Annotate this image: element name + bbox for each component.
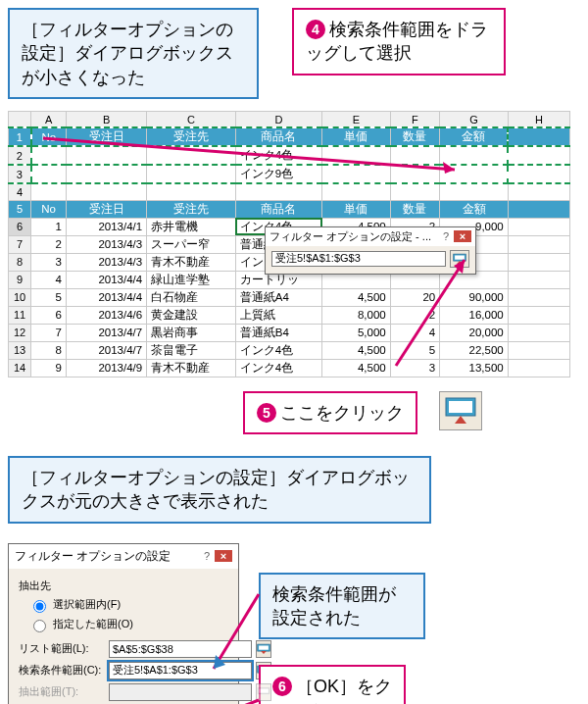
- expand-dialog-button[interactable]: [450, 250, 469, 268]
- table-row[interactable]: 11 62013/4/6黄金建設上質紙8,000216,000: [9, 306, 570, 324]
- data-header-row[interactable]: 5 No受注日受注先商品名単価数量金額: [9, 200, 570, 218]
- table-row[interactable]: 12 72013/4/7黒岩商事普通紙B45,000420,000: [9, 324, 570, 341]
- step-badge-6: 6: [272, 677, 292, 696]
- copy-to-input: [109, 683, 252, 701]
- filter-options-dialog-collapsed[interactable]: フィルター オプションの設定 - ... ? ×: [265, 226, 476, 275]
- criteria-range-input[interactable]: [109, 662, 252, 679]
- dialog-title: フィルター オプションの設定 - ...: [270, 229, 438, 244]
- spreadsheet-area: ABCDEFGH 1 No受注日受注先商品名単価数量金額 2 インク4色 3 イ…: [8, 111, 570, 377]
- criteria-row-2[interactable]: 3 インク9色: [9, 165, 570, 183]
- callout-criteria-set: 検索条件範囲が設定された: [259, 573, 425, 640]
- svg-rect-7: [449, 401, 472, 413]
- callout-dialog-collapsed: ［フィルターオプションの設定］ダイアログボックスが小さくなった: [8, 8, 259, 99]
- close-button[interactable]: ×: [215, 550, 232, 562]
- criteria-range-label: 検索条件範囲(C):: [19, 663, 105, 678]
- filter-in-place-radio[interactable]: [33, 600, 46, 613]
- step-badge-5: 5: [257, 403, 276, 423]
- svg-rect-13: [259, 688, 269, 692]
- table-row[interactable]: 14 92013/4/9青木不動産インク4色4,500313,500: [9, 359, 570, 377]
- close-button[interactable]: ×: [454, 230, 471, 242]
- filter-options-dialog[interactable]: フィルター オプションの設定 ? × 抽出先 選択範囲内(F) 指定した範囲(O…: [8, 543, 239, 704]
- help-button[interactable]: ?: [199, 550, 215, 562]
- dialog-title: フィルター オプションの設定: [15, 548, 199, 565]
- callout-step5: 5ここをクリック: [243, 391, 417, 434]
- criteria-header-row[interactable]: 1 No受注日受注先商品名単価数量金額: [9, 127, 570, 146]
- callout-dialog-restored: ［フィルターオプションの設定］ダイアログボックスが元の大きさで表示された: [8, 456, 431, 524]
- callout-text: 検索条件範囲が設定された: [272, 584, 396, 628]
- criteria-range-input[interactable]: [271, 251, 446, 267]
- callout-step6: 6［OK］をクリック: [259, 665, 406, 704]
- radio-label: 指定した範囲(O): [53, 617, 133, 631]
- table-row[interactable]: 10 52013/4/4白石物産普通紙A44,5002090,000: [9, 288, 570, 306]
- callout-text: ここをクリック: [280, 403, 404, 423]
- radio-label: 選択範囲内(F): [53, 597, 121, 612]
- table-row[interactable]: 13 82013/4/7茶畠電子インク4色4,500522,500: [9, 341, 570, 359]
- callout-text: ［フィルターオプションの設定］ダイアログボックスが元の大きさで表示された: [22, 468, 410, 511]
- help-button[interactable]: ?: [438, 230, 454, 242]
- copy-to-range-radio[interactable]: [33, 620, 46, 632]
- list-range-label: リスト範囲(L):: [19, 641, 105, 656]
- list-range-input[interactable]: [109, 640, 252, 658]
- copy-to-label: 抽出範囲(T):: [19, 684, 105, 699]
- criteria-row-1[interactable]: 2 インク4色: [9, 146, 570, 165]
- expand-dialog-icon: [439, 391, 482, 430]
- callout-step4: 4検索条件範囲をドラッグして選択: [292, 8, 506, 75]
- callout-text: ［フィルターオプションの設定］ダイアログボックスが小さくなった: [22, 20, 233, 87]
- svg-rect-1: [455, 255, 465, 259]
- callout-text: 検索条件範囲をドラッグして選択: [306, 20, 488, 63]
- extract-section-label: 抽出先: [19, 578, 228, 593]
- empty-row[interactable]: 4: [9, 183, 570, 200]
- step-badge-4: 4: [306, 20, 325, 39]
- collapse-copy-to-button: [256, 683, 271, 701]
- column-header-row[interactable]: ABCDEFGH: [9, 111, 570, 127]
